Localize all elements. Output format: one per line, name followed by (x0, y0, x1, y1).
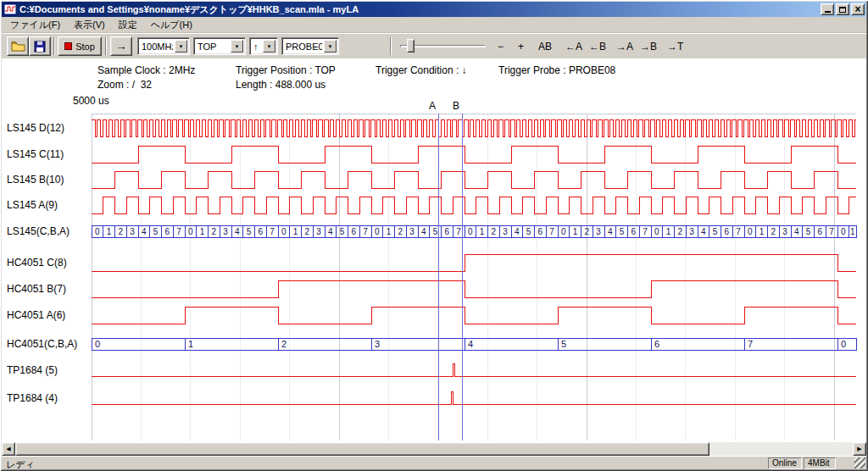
resize-grip[interactable] (854, 457, 865, 468)
prev-cursor-a-button[interactable]: ←A (561, 38, 587, 55)
horizontal-scrollbar[interactable]: ◀ ▶ (2, 442, 866, 456)
cursor-ab-button[interactable]: AB (534, 38, 556, 55)
zoom-in-button[interactable]: + (514, 38, 528, 55)
scroll-thumb[interactable] (15, 442, 709, 456)
floppy-icon (34, 41, 46, 53)
channel-label-hc4051-c[interactable]: HC4051 C(8) (7, 257, 91, 269)
stop-label: Stop (75, 42, 95, 52)
toolbar: Stop → 100MHz ▼ TOP ▼ ↑ ▼ PROBE00 ▼ − + … (2, 33, 866, 58)
time-scale-label: 5000 us (73, 95, 109, 107)
scroll-left-button[interactable]: ◀ (2, 442, 15, 456)
zoom-info: Zoom : / 32 (97, 79, 152, 91)
chevron-down-icon[interactable]: ▼ (263, 40, 275, 53)
probe-select[interactable]: PROBE00 ▼ (281, 37, 339, 55)
goto-trigger-button[interactable]: →T (663, 38, 687, 55)
trigger-position-value: TOP (194, 42, 229, 52)
maximize-icon (839, 7, 846, 13)
status-memory: 4MBit (804, 457, 836, 469)
stop-icon (64, 42, 72, 50)
length-info: Length : 488.000 us (236, 79, 326, 91)
sample-clock-select[interactable]: 100MHz ▼ (137, 37, 190, 55)
trigger-position-info: Trigger Position : TOP (236, 64, 336, 76)
menu-help[interactable]: ヘルプ(H) (144, 17, 199, 33)
chevron-down-icon[interactable]: ▼ (324, 40, 337, 53)
status-online: Online (768, 457, 802, 469)
next-cursor-a-button[interactable]: →A (612, 38, 637, 55)
close-button[interactable]: × (851, 3, 865, 15)
chevron-down-icon[interactable]: ▼ (231, 40, 243, 53)
channel-label-hc4051-b[interactable]: HC4051 B(7) (7, 283, 91, 296)
toolbar-separator (53, 37, 55, 55)
maximize-button[interactable] (836, 3, 849, 15)
menubar: ファイル(F) 表示(V) 設定 ヘルプ(H) (2, 17, 866, 33)
minimize-button[interactable] (821, 3, 834, 15)
sample-clock-value: 100MHz (138, 42, 173, 52)
statusbar: レディ Online 4MBit (2, 456, 866, 469)
toolbar-separator (105, 37, 107, 55)
run-button[interactable]: → (110, 36, 132, 56)
channel-label-ls145-a[interactable]: LS145 A(9) (7, 199, 91, 212)
trigger-condition-info: Trigger Condition : ↓ (376, 64, 467, 76)
waveform-client (2, 58, 866, 442)
channel-label-ls145-bus[interactable]: LS145(C,B,A) (7, 225, 91, 238)
channel-label-ls145-b[interactable]: LS145 B(10) (7, 174, 91, 186)
stop-button[interactable]: Stop (58, 36, 102, 56)
save-button[interactable] (29, 36, 51, 56)
channel-label-hc4051-a[interactable]: HC4051 A(6) (7, 309, 91, 322)
sample-clock-info: Sample Clock : 2MHz (97, 64, 195, 76)
channel-label-ls145-c[interactable]: LS145 C(11) (7, 148, 91, 161)
prev-cursor-b-button[interactable]: ←B (585, 38, 610, 55)
trigger-edge-value: ↑ (250, 42, 261, 52)
app-icon (4, 3, 16, 15)
chevron-down-icon[interactable]: ▼ (175, 40, 187, 53)
app-window: C:¥Documents and Settings¥noname¥デスクトップ¥… (0, 0, 868, 471)
probe-value: PROBE00 (282, 42, 322, 52)
open-folder-icon (11, 41, 25, 52)
menu-file[interactable]: ファイル(F) (3, 17, 67, 33)
channel-label-tp1684-5[interactable]: TP1684 (5) (7, 364, 91, 377)
zoom-out-button[interactable]: − (493, 38, 508, 55)
status-message: レディ (6, 458, 35, 471)
minimize-icon (825, 11, 831, 13)
channel-label-hc4051-bus[interactable]: HC4051(C,B,A) (7, 338, 91, 351)
zoom-slider[interactable] (398, 37, 487, 55)
trigger-position-select[interactable]: TOP ▼ (193, 37, 246, 55)
trigger-edge-select[interactable]: ↑ ▼ (249, 37, 278, 55)
zoom-slider-thumb[interactable] (407, 39, 415, 53)
scroll-right-button[interactable]: ▶ (853, 442, 866, 456)
toolbar-separator (390, 37, 392, 55)
menu-settings[interactable]: 設定 (112, 17, 144, 33)
titlebar[interactable]: C:¥Documents and Settings¥noname¥デスクトップ¥… (2, 2, 866, 17)
menu-view[interactable]: 表示(V) (67, 17, 112, 33)
next-cursor-b-button[interactable]: →B (636, 38, 661, 55)
channel-label-ls145-d[interactable]: LS145 D(12) (7, 122, 91, 135)
close-icon: × (854, 5, 860, 14)
open-button[interactable] (7, 36, 29, 56)
channel-label-tp1684-4[interactable]: TP1684 (4) (7, 392, 91, 405)
window-title: C:¥Documents and Settings¥noname¥デスクトップ¥… (19, 3, 817, 16)
trigger-probe-info: Trigger Probe : PROBE08 (498, 64, 615, 76)
